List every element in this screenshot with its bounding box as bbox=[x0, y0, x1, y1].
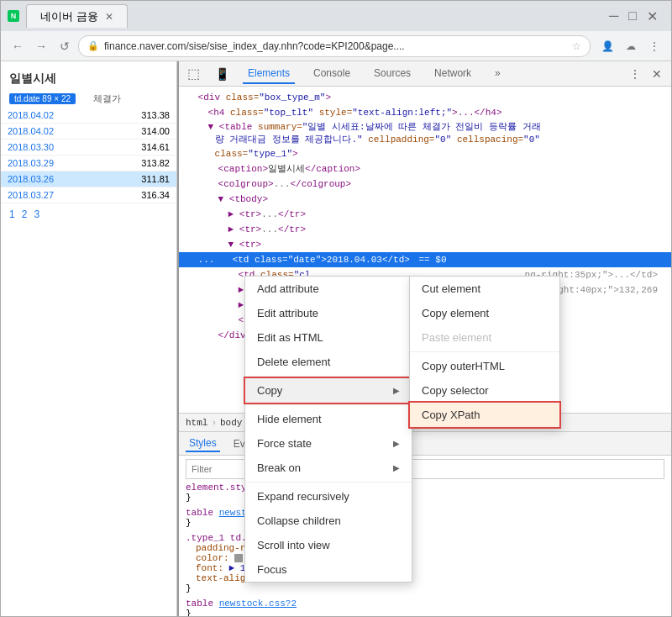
maximize-icon[interactable]: □ bbox=[628, 8, 637, 24]
menu-edit-html[interactable]: Edit as HTML bbox=[245, 325, 412, 350]
minimize-icon[interactable]: ─ bbox=[609, 8, 618, 24]
menu-separator-2 bbox=[245, 404, 412, 405]
reload-button[interactable]: ↺ bbox=[55, 36, 75, 56]
submenu-copy-outerhtml[interactable]: Copy outerHTML bbox=[410, 354, 559, 378]
menu-icon[interactable]: ⋮ bbox=[644, 36, 664, 56]
menu-separator-1 bbox=[245, 376, 412, 377]
tab-title: 네이버 금융 bbox=[40, 9, 98, 24]
menu-expand-recursively[interactable]: Expand recursively bbox=[245, 484, 412, 509]
tab-close-icon[interactable]: ✕ bbox=[105, 11, 113, 23]
nav-bar: ← → ↺ 🔒 finance.naver.com/sise/sise_inde… bbox=[1, 31, 671, 61]
browser-window: N 네이버 금융 ✕ ─ □ ✕ ← → ↺ 🔒 finance.naver.c… bbox=[0, 0, 672, 617]
forward-button[interactable]: → bbox=[31, 36, 51, 56]
bookmark-icon[interactable]: ☆ bbox=[572, 40, 581, 52]
primary-context-menu: Add attribute Edit attribute Edit as HTM… bbox=[244, 276, 412, 583]
menu-delete-element[interactable]: Delete element bbox=[245, 350, 412, 374]
submenu-copy-element[interactable]: Copy element bbox=[410, 301, 559, 325]
menu-hide-element[interactable]: Hide element bbox=[245, 407, 412, 431]
close-window-icon[interactable]: ✕ bbox=[647, 8, 658, 24]
submenu-copy-selector[interactable]: Copy selector bbox=[410, 378, 559, 403]
main-content: 일별시세 td.date 89 × 22 체결가 2018.04.02313.3… bbox=[1, 61, 671, 616]
address-bar[interactable]: 🔒 finance.naver.com/sise/sise_index_day.… bbox=[78, 35, 591, 57]
menu-separator-3 bbox=[245, 482, 412, 483]
submenu-paste-element[interactable]: Paste element bbox=[410, 325, 559, 350]
title-bar: N 네이버 금융 ✕ ─ □ ✕ bbox=[1, 1, 671, 31]
menu-edit-attribute[interactable]: Edit attribute bbox=[245, 301, 412, 325]
copy-submenu: Cut element Copy element Paste element C… bbox=[409, 276, 560, 428]
context-menu-overlay: Add attribute Edit attribute Edit as HTM… bbox=[1, 61, 671, 616]
user-icon[interactable]: 👤 bbox=[597, 36, 617, 56]
submenu-cut-element[interactable]: Cut element bbox=[410, 277, 559, 301]
url-text: finance.naver.com/sise/sise_index_day.nh… bbox=[104, 40, 567, 52]
menu-force-state[interactable]: Force state ▶ bbox=[245, 431, 412, 456]
back-button[interactable]: ← bbox=[8, 36, 28, 56]
menu-break-on[interactable]: Break on ▶ bbox=[245, 456, 412, 480]
break-on-arrow: ▶ bbox=[393, 463, 400, 472]
copy-submenu-arrow: ▶ bbox=[393, 386, 400, 395]
favicon: N bbox=[8, 10, 19, 22]
submenu-separator bbox=[410, 351, 559, 352]
menu-collapse-children[interactable]: Collapse children bbox=[245, 509, 412, 533]
menu-add-attribute[interactable]: Add attribute bbox=[245, 277, 412, 301]
menu-copy[interactable]: Copy ▶ bbox=[245, 378, 412, 403]
force-state-arrow: ▶ bbox=[393, 439, 400, 448]
browser-tab[interactable]: 네이버 금융 ✕ bbox=[26, 4, 128, 28]
cloud-icon[interactable]: ☁ bbox=[621, 36, 641, 56]
submenu-copy-xpath[interactable]: Copy XPath bbox=[410, 403, 559, 427]
menu-scroll-into-view[interactable]: Scroll into view bbox=[245, 533, 412, 557]
menu-focus[interactable]: Focus bbox=[245, 557, 412, 582]
